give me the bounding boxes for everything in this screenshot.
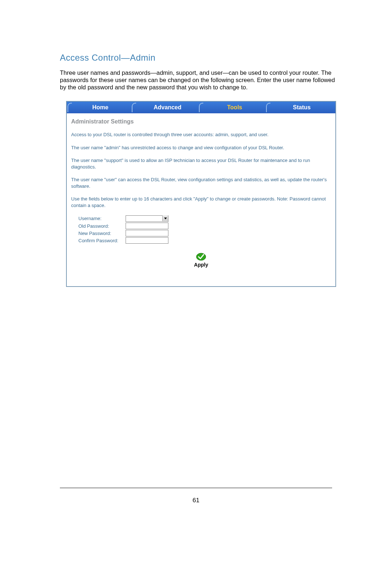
intro-paragraph: Three user names and passwords—admin, su… bbox=[60, 69, 336, 91]
row-new-password: New Password: bbox=[71, 230, 331, 236]
footer-rule bbox=[60, 488, 332, 488]
row-confirm-password: Confirm Password: bbox=[71, 237, 331, 244]
checkmark-icon bbox=[196, 252, 207, 261]
old-password-input[interactable] bbox=[126, 223, 168, 229]
apply-button[interactable]: Apply bbox=[194, 252, 208, 268]
section-heading: Access Control—Admin bbox=[60, 53, 155, 63]
tab-strip: Home Advanced Tools Status bbox=[67, 102, 335, 113]
document-page: Access Control—Admin Three user names an… bbox=[0, 0, 392, 568]
label-old-password: Old Password: bbox=[78, 223, 126, 229]
panel-text-5: Use the fields below to enter up to 16 c… bbox=[71, 196, 331, 208]
admin-settings-panel: Administrator Settings Access to your DS… bbox=[67, 113, 335, 271]
label-confirm-password: Confirm Password: bbox=[78, 238, 126, 243]
label-username: Username: bbox=[78, 216, 126, 221]
tab-advanced[interactable]: Advanced bbox=[134, 102, 201, 113]
panel-text-4: The user name "user" can access the DSL … bbox=[71, 177, 331, 189]
router-ui-screenshot: Home Advanced Tools Status Administrator… bbox=[66, 101, 336, 287]
new-password-input[interactable] bbox=[126, 230, 168, 236]
apply-label: Apply bbox=[194, 262, 208, 268]
tab-status[interactable]: Status bbox=[268, 102, 335, 113]
confirm-password-input[interactable] bbox=[126, 237, 168, 244]
page-number: 61 bbox=[0, 497, 392, 504]
row-username: Username: bbox=[71, 215, 331, 222]
svg-point-0 bbox=[196, 253, 206, 260]
label-new-password: New Password: bbox=[78, 231, 126, 236]
panel-text-2: The user name "admin" has unrestricted a… bbox=[71, 145, 331, 151]
tab-tools[interactable]: Tools bbox=[201, 102, 268, 113]
panel-title: Administrator Settings bbox=[71, 118, 331, 125]
panel-text-3: The user name "support" is used to allow… bbox=[71, 157, 331, 170]
row-old-password: Old Password: bbox=[71, 223, 331, 229]
username-select[interactable] bbox=[126, 215, 168, 222]
apply-block: Apply bbox=[71, 252, 331, 268]
tab-home[interactable]: Home bbox=[67, 102, 134, 113]
panel-text-1: Access to your DSL router is controlled … bbox=[71, 131, 331, 138]
